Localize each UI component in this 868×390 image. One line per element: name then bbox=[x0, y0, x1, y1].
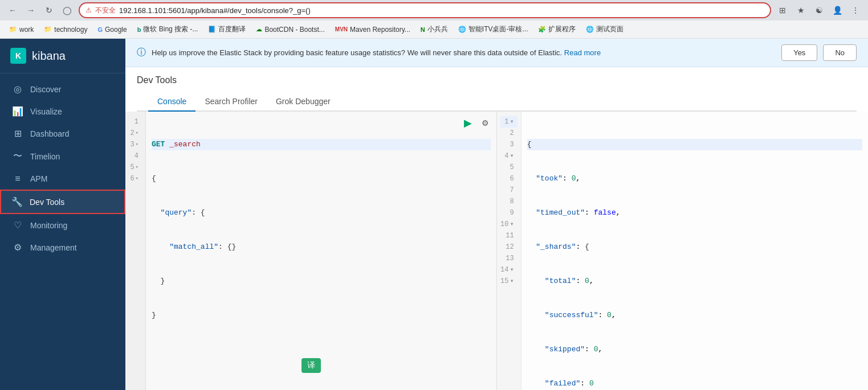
bookmark-label: work bbox=[19, 26, 34, 34]
out-code-line-4: "_shards": { bbox=[527, 241, 862, 253]
sidebar-item-label-timelion: Timelion bbox=[30, 152, 60, 161]
translate-button[interactable]: 译 bbox=[301, 358, 321, 373]
out-line-num-15: 15▾ bbox=[500, 276, 517, 287]
out-line-num-7: 7 bbox=[500, 184, 517, 196]
settings-button[interactable]: ⚙ bbox=[478, 116, 492, 130]
yes-button[interactable]: Yes bbox=[781, 44, 817, 61]
timelion-icon: 〜 bbox=[12, 150, 23, 162]
out-line-num-5: 5 bbox=[500, 162, 517, 173]
bookmark-label: Google bbox=[105, 26, 127, 34]
output-code-editor: 1▾ 2 3 4▾ 5 6 7 8 9 10▾ 11 12 13 14▾ bbox=[497, 112, 868, 390]
bookmark-extensions[interactable]: 🧩 扩展程序 bbox=[533, 23, 580, 35]
monitoring-icon: ♡ bbox=[12, 220, 23, 231]
sidebar-item-management[interactable]: ⚙ Management bbox=[0, 236, 125, 258]
out-code-line-5: "total": 0, bbox=[527, 276, 862, 287]
extensions-icon[interactable]: ☯ bbox=[811, 2, 827, 18]
out-line-num-13: 13 bbox=[500, 253, 517, 264]
code-line-3: "query": { bbox=[152, 207, 491, 219]
sidebar-item-label-dashboard: Dashboard bbox=[30, 129, 70, 138]
bookmark-label: technology bbox=[54, 26, 87, 34]
input-code-editor[interactable]: 1 2▾ 3▾ 4 5▾ 6▾ GET _search { "query": {… bbox=[125, 112, 496, 390]
code-line-1: GET _search bbox=[152, 139, 491, 150]
back-button[interactable]: ← bbox=[5, 2, 21, 18]
bookmark-baidu-translate[interactable]: 📘 百度翻译 bbox=[203, 23, 250, 35]
output-code-content: { "took": 0, "timed_out": false, "_shard… bbox=[521, 112, 868, 390]
tab-console[interactable]: Console bbox=[148, 92, 195, 112]
sidebar-item-visualize[interactable]: 📊 Visualize bbox=[0, 100, 125, 122]
code-line-5: } bbox=[152, 276, 491, 287]
forward-button[interactable]: → bbox=[23, 2, 39, 18]
bookmark-label: 智能ITV桌面-审核... bbox=[468, 24, 528, 34]
bookmark-bing[interactable]: b 微软 Bing 搜索 -... bbox=[133, 23, 203, 35]
address-bar[interactable]: ⚠ 不安全 192.168.1.101:5601/app/kibana#/dev… bbox=[79, 2, 771, 18]
out-line-num-4: 4▾ bbox=[500, 150, 517, 162]
editor-toolbar: ▶ ⚙ bbox=[461, 116, 492, 130]
sidebar-item-label-visualize: Visualize bbox=[30, 107, 62, 116]
bootcdn-icon: ☁ bbox=[256, 26, 262, 33]
out-code-line-1: { bbox=[527, 139, 862, 150]
input-code-content[interactable]: GET _search { "query": { "match_all": {}… bbox=[146, 112, 496, 390]
sidebar-item-apm[interactable]: ≡ APM bbox=[0, 168, 125, 190]
app: K kibana ◎ Discover 📊 Visualize ⊞ Dashbo… bbox=[0, 39, 868, 390]
sidebar-item-devtools[interactable]: 🔧 Dev Tools bbox=[0, 190, 125, 214]
line-number-2: 2▾ bbox=[129, 128, 142, 139]
bookmark-xiaobing[interactable]: N 小兵兵 bbox=[416, 23, 453, 35]
banner-actions: Yes No bbox=[781, 44, 857, 61]
info-icon: ⓘ bbox=[137, 47, 146, 59]
browser-action-buttons: ⊞ ★ ☯ 👤 ⋮ bbox=[775, 2, 863, 18]
banner-message: Help us improve the Elastic Stack by pro… bbox=[152, 48, 764, 57]
out-code-line-2: "took": 0, bbox=[527, 173, 862, 184]
bookmark-icon[interactable]: ★ bbox=[793, 2, 809, 18]
tab-search-profiler[interactable]: Search Profiler bbox=[195, 92, 267, 112]
editor-area: 1 2▾ 3▾ 4 5▾ 6▾ GET _search { "query": {… bbox=[125, 112, 868, 390]
out-line-num-14: 14▾ bbox=[500, 264, 517, 276]
browser-chrome: ← → ↻ ◯ ⚠ 不安全 192.168.1.101:5601/app/kib… bbox=[0, 0, 868, 39]
sidebar-item-discover[interactable]: ◎ Discover bbox=[0, 78, 125, 100]
browser-nav-buttons: ← → ↻ ◯ bbox=[5, 2, 75, 18]
bookmark-maven[interactable]: MVN Maven Repository... bbox=[331, 24, 415, 35]
bookmark-label: 百度翻译 bbox=[218, 24, 246, 34]
sidebar-item-label-discover: Discover bbox=[30, 85, 61, 94]
out-code-line-3: "timed_out": false, bbox=[527, 207, 862, 219]
sidebar-item-label-management: Management bbox=[30, 243, 77, 252]
bookmark-label: Maven Repository... bbox=[350, 26, 410, 34]
profile-icon[interactable]: 👤 bbox=[829, 2, 845, 18]
maven-icon: MVN bbox=[335, 26, 348, 32]
run-button[interactable]: ▶ bbox=[461, 116, 475, 130]
bookmark-bootcdn[interactable]: ☁ BootCDN - Bootst... bbox=[251, 24, 329, 35]
sidebar-item-monitoring[interactable]: ♡ Monitoring bbox=[0, 214, 125, 236]
bookmark-tv[interactable]: 🌐 智能ITV桌面-审核... bbox=[454, 23, 533, 35]
kibana-logo-icon: K bbox=[10, 48, 26, 64]
line-number-1: 1 bbox=[129, 116, 142, 128]
code-line-2: { bbox=[152, 173, 491, 184]
reload-button[interactable]: ↻ bbox=[41, 2, 57, 18]
menu-icon[interactable]: ⋮ bbox=[847, 2, 863, 18]
devtools-header: Dev Tools Console Search Profiler Grok D… bbox=[125, 67, 868, 112]
tab-grok-debugger[interactable]: Grok Debugger bbox=[267, 92, 340, 112]
sidebar-item-timelion[interactable]: 〜 Timelion bbox=[0, 145, 125, 168]
bookmark-technology[interactable]: 📁 technology bbox=[39, 24, 92, 35]
out-line-num-10: 10▾ bbox=[500, 219, 517, 230]
bookmark-label: 微软 Bing 搜索 -... bbox=[143, 24, 198, 34]
visualize-icon: 📊 bbox=[12, 106, 23, 117]
banner-text-content: Help us improve the Elastic Stack by pro… bbox=[152, 48, 562, 57]
bookmark-label: BootCDN - Bootst... bbox=[264, 26, 324, 34]
read-more-link[interactable]: Read more bbox=[564, 48, 601, 57]
sidebar: K kibana ◎ Discover 📊 Visualize ⊞ Dashbo… bbox=[0, 39, 125, 390]
sidebar-item-dashboard[interactable]: ⊞ Dashboard bbox=[0, 122, 125, 145]
out-line-num-11: 11 bbox=[500, 230, 517, 241]
home-button[interactable]: ◯ bbox=[59, 2, 75, 18]
bookmark-google[interactable]: G Google bbox=[93, 24, 131, 35]
translate-icon[interactable]: ⊞ bbox=[775, 2, 790, 18]
no-button[interactable]: No bbox=[823, 44, 857, 61]
bookmark-label: 测试页面 bbox=[596, 24, 624, 34]
bookmark-test-page[interactable]: 🌐 测试页面 bbox=[581, 23, 628, 35]
extension-icon: 🧩 bbox=[538, 26, 546, 33]
line-number-4: 4 bbox=[129, 150, 142, 162]
out-code-line-6: "successful": 0, bbox=[527, 310, 862, 321]
bookmark-work[interactable]: 📁 work bbox=[5, 24, 38, 35]
bing-icon: b bbox=[137, 26, 141, 33]
devtools-icon: 🔧 bbox=[11, 196, 23, 207]
sidebar-item-label-devtools: Dev Tools bbox=[30, 198, 64, 207]
apm-icon: ≡ bbox=[12, 174, 23, 184]
